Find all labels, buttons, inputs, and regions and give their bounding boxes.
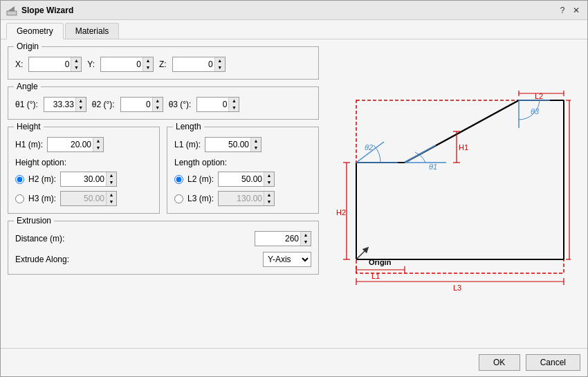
tab-geometry[interactable]: Geometry	[6, 23, 64, 39]
y-up-btn[interactable]: ▲	[143, 57, 153, 64]
angle-row: θ1 (°): ▲ ▼ θ2 (°): ▲ ▼	[15, 97, 311, 112]
theta2-spin-btns: ▲ ▼	[152, 98, 163, 111]
l2-label: L2 (m):	[187, 174, 214, 184]
tab-bar: Geometry Materials	[1, 20, 587, 39]
origin-group: Origin X: ▲ ▼ Y: ▲	[8, 46, 319, 80]
h1-field[interactable]	[48, 138, 93, 151]
svg-rect-2	[356, 100, 564, 273]
h3-label: H3 (m):	[28, 194, 56, 203]
extrude-along-label: Extrude Along:	[15, 255, 69, 264]
l3-up-btn[interactable]: ▲	[264, 192, 274, 199]
z-spin-btns: ▲ ▼	[214, 57, 225, 71]
distance-input[interactable]: ▲ ▼	[255, 231, 311, 246]
y-field[interactable]	[101, 57, 143, 71]
theta2-down-btn[interactable]: ▼	[153, 104, 163, 111]
h2-down-btn[interactable]: ▼	[107, 179, 116, 186]
l2-down-btn[interactable]: ▼	[264, 179, 274, 186]
h2-field[interactable]	[61, 172, 106, 186]
theta2-field[interactable]	[121, 98, 152, 111]
l2-spin-btns: ▲ ▼	[264, 172, 274, 186]
l3-input[interactable]: ▲ ▼	[218, 191, 275, 206]
l2-row: L2 (m): ▲ ▼	[174, 172, 311, 187]
l3-field[interactable]	[219, 192, 264, 205]
l1-input[interactable]: ▲ ▼	[205, 137, 261, 152]
distance-down-btn[interactable]: ▼	[301, 239, 311, 246]
svg-text:θ2: θ2	[365, 143, 373, 151]
h3-field[interactable]	[61, 192, 106, 205]
l2-input[interactable]: ▲ ▼	[218, 172, 275, 187]
l2-field[interactable]	[219, 172, 264, 186]
height-option-label-row: Height option:	[15, 158, 152, 167]
theta3-field[interactable]	[197, 98, 228, 111]
svg-text:H1: H1	[459, 143, 468, 151]
h1-input[interactable]: ▲ ▼	[47, 137, 104, 152]
l3-row: L3 (m): ▲ ▼	[174, 191, 311, 206]
h3-up-btn[interactable]: ▲	[107, 192, 116, 199]
h1-down-btn[interactable]: ▼	[93, 145, 103, 151]
theta1-field[interactable]	[44, 98, 75, 111]
h2-input[interactable]: ▲ ▼	[60, 172, 117, 187]
theta1-down-btn[interactable]: ▼	[76, 104, 86, 111]
x-spin-btns: ▲ ▼	[71, 57, 81, 71]
svg-text:Origin: Origin	[369, 258, 392, 266]
angle-group: Angle θ1 (°): ▲ ▼ θ2 (°): ▲	[8, 86, 319, 120]
extrude-along-select[interactable]: Y-Axis X-Axis Z-Axis	[263, 252, 311, 267]
theta1-up-btn[interactable]: ▲	[76, 98, 86, 104]
svg-text:θ3: θ3	[531, 107, 540, 116]
y-input[interactable]: ▲ ▼	[100, 57, 154, 72]
l1-row: L1 (m): ▲ ▼	[174, 137, 311, 152]
h2-radio[interactable]	[15, 175, 24, 184]
height-option-label: Height option:	[15, 158, 66, 167]
svg-marker-1	[8, 6, 15, 11]
h1-up-btn[interactable]: ▲	[93, 138, 103, 145]
theta3-spin-btns: ▲ ▼	[228, 98, 239, 111]
h3-down-btn[interactable]: ▼	[107, 199, 116, 205]
distance-up-btn[interactable]: ▲	[301, 232, 311, 239]
z-up-btn[interactable]: ▲	[215, 57, 225, 64]
z-field[interactable]	[173, 57, 214, 71]
x-up-btn[interactable]: ▲	[71, 57, 81, 64]
x-input[interactable]: ▲ ▼	[28, 57, 82, 72]
x-field[interactable]	[29, 57, 71, 71]
left-panel: Origin X: ▲ ▼ Y: ▲	[8, 46, 319, 341]
y-down-btn[interactable]: ▼	[143, 64, 153, 71]
extrusion-label: Extrusion	[14, 216, 54, 226]
h1-row: H1 (m): ▲ ▼	[15, 137, 152, 152]
l1-down-btn[interactable]: ▼	[251, 145, 261, 151]
l3-down-btn[interactable]: ▼	[264, 199, 274, 205]
tab-materials[interactable]: Materials	[65, 23, 120, 39]
svg-text:H2: H2	[336, 208, 346, 217]
h2-up-btn[interactable]: ▲	[107, 172, 116, 179]
theta3-down-btn[interactable]: ▼	[229, 104, 239, 111]
svg-text:θ1: θ1	[429, 163, 437, 171]
l2-radio[interactable]	[174, 175, 183, 184]
x-down-btn[interactable]: ▼	[71, 64, 81, 71]
cancel-button[interactable]: Cancel	[526, 354, 580, 371]
l2-up-btn[interactable]: ▲	[264, 172, 274, 179]
height-length-row: Height H1 (m): ▲ ▼ Height option:	[8, 127, 319, 214]
h3-input[interactable]: ▲ ▼	[60, 191, 117, 206]
z-input[interactable]: ▲ ▼	[172, 57, 226, 72]
theta2-label: θ2 (°):	[92, 100, 115, 109]
distance-field[interactable]	[255, 232, 300, 246]
x-label: X:	[15, 59, 23, 69]
h3-row: H3 (m): ▲ ▼	[15, 191, 152, 206]
svg-line-42	[356, 249, 367, 259]
svg-rect-0	[7, 11, 17, 15]
theta2-input[interactable]: ▲ ▼	[120, 97, 163, 112]
h3-radio[interactable]	[15, 194, 24, 203]
z-down-btn[interactable]: ▼	[215, 64, 225, 71]
help-button[interactable]: ?	[557, 5, 568, 16]
theta2-up-btn[interactable]: ▲	[153, 98, 163, 104]
theta3-up-btn[interactable]: ▲	[229, 98, 239, 104]
theta1-label: θ1 (°):	[15, 100, 38, 109]
close-button[interactable]: ✕	[571, 5, 582, 16]
l1-up-btn[interactable]: ▲	[251, 138, 261, 145]
theta3-input[interactable]: ▲ ▼	[196, 97, 239, 112]
length-group: Length L1 (m): ▲ ▼ Length option:	[167, 127, 319, 214]
slope-wizard-dialog: Slope Wizard ? ✕ Geometry Materials Orig…	[0, 0, 588, 377]
ok-button[interactable]: OK	[479, 354, 520, 371]
theta1-input[interactable]: ▲ ▼	[44, 97, 86, 112]
l3-radio[interactable]	[174, 194, 183, 203]
l1-field[interactable]	[205, 138, 250, 151]
